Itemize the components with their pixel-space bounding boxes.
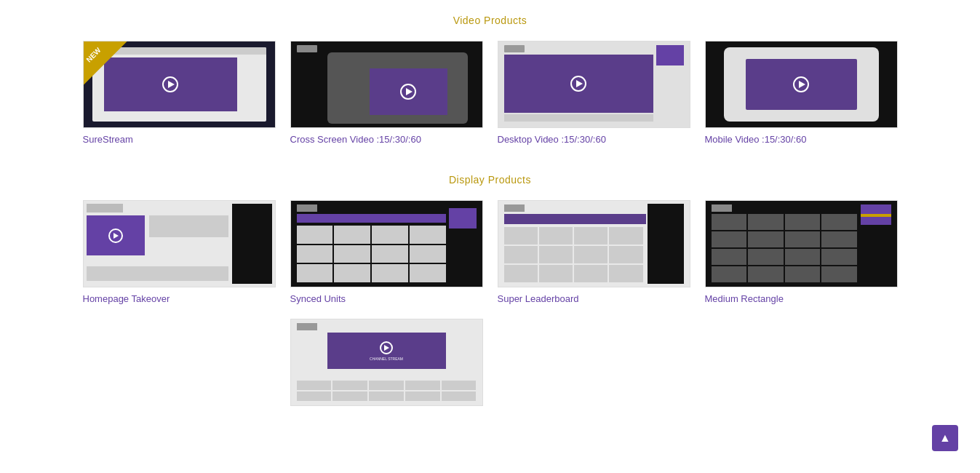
cs-phone bbox=[327, 52, 468, 124]
play-button bbox=[793, 76, 809, 92]
display-bottom-row: CHANNEL STREAM bbox=[83, 319, 898, 412]
ch-play-btn bbox=[380, 341, 393, 354]
twitch-logo bbox=[297, 45, 317, 52]
empty-col-3 bbox=[705, 319, 898, 412]
su-purple-bar bbox=[297, 214, 446, 223]
product-cross-screen[interactable]: Cross Screen Video :15/:30/:60 bbox=[290, 41, 483, 145]
thumb-surestream: NEW bbox=[83, 41, 276, 128]
product-mobile-video[interactable]: Mobile Video :15/:30/:60 bbox=[705, 41, 898, 145]
ch-play-area: CHANNEL STREAM bbox=[370, 341, 403, 361]
ds-bottom-bar bbox=[504, 114, 653, 122]
ht-right-blocks bbox=[149, 215, 228, 237]
homepage-takeover-label: Homepage Takeover bbox=[83, 293, 276, 304]
twitch-logo bbox=[504, 204, 525, 212]
synced-units-label: Synced Units bbox=[290, 293, 483, 304]
mv-screen bbox=[746, 59, 857, 110]
play-button bbox=[570, 76, 586, 92]
thumb-homepage bbox=[83, 200, 276, 287]
cross-screen-label: Cross Screen Video :15/:30/:60 bbox=[290, 134, 483, 145]
thumb-superleader bbox=[498, 200, 690, 287]
ht-sidebar bbox=[232, 204, 272, 284]
ch-video: CHANNEL STREAM bbox=[327, 333, 446, 369]
video-section-title: Video Products bbox=[83, 15, 898, 26]
twitch-logo bbox=[297, 204, 317, 212]
product-super-leaderboard[interactable]: Super Leaderboard bbox=[498, 200, 690, 304]
play-btn-inner bbox=[108, 228, 123, 243]
page-container: Video Products NEW SureStream bbox=[54, 0, 927, 441]
thumb-desktop bbox=[498, 41, 690, 128]
twitch-logo bbox=[504, 45, 525, 52]
empty-col-1 bbox=[83, 319, 276, 412]
super-leaderboard-label: Super Leaderboard bbox=[498, 293, 690, 304]
ds-side-purple bbox=[656, 45, 684, 65]
mr-yellow-bar bbox=[861, 214, 891, 217]
sl-sidebar bbox=[648, 204, 684, 284]
empty-col-2 bbox=[498, 319, 690, 412]
su-purple-box bbox=[449, 208, 477, 228]
scroll-top-button[interactable]: ▲ bbox=[932, 425, 958, 451]
ht-logo bbox=[87, 204, 123, 212]
thumb-medrect bbox=[705, 200, 898, 287]
product-synced-units[interactable]: Synced Units bbox=[290, 200, 483, 304]
thumb-synced bbox=[290, 200, 483, 287]
play-button bbox=[162, 76, 178, 92]
cs-screen bbox=[370, 68, 447, 115]
ch-label: CHANNEL STREAM bbox=[370, 357, 403, 361]
surestream-label: SureStream bbox=[83, 134, 276, 145]
thumb-channel: CHANNEL STREAM bbox=[290, 319, 483, 406]
ss-video bbox=[104, 57, 237, 111]
mv-phone bbox=[724, 47, 879, 122]
twitch-logo bbox=[712, 204, 732, 212]
twitch-logo bbox=[297, 323, 317, 330]
su-grid bbox=[297, 226, 446, 282]
video-product-grid: NEW SureStream Cross Scre bbox=[83, 41, 898, 145]
product-medium-rectangle[interactable]: Medium Rectangle bbox=[705, 200, 898, 304]
ds-main-video bbox=[504, 55, 653, 113]
ss-browser bbox=[92, 47, 266, 122]
ch-play-arrow bbox=[384, 345, 389, 351]
thumb-mobile bbox=[705, 41, 898, 128]
product-surestream[interactable]: NEW SureStream bbox=[83, 41, 276, 145]
product-desktop-video[interactable]: Desktop Video :15/:30/:60 bbox=[498, 41, 690, 145]
ch-grid bbox=[297, 381, 477, 401]
product-channel-stream[interactable]: CHANNEL STREAM bbox=[290, 319, 483, 412]
ht-bottom-blocks bbox=[87, 266, 228, 281]
sl-grid bbox=[504, 227, 643, 282]
thumb-cross bbox=[290, 41, 483, 128]
play-arrow bbox=[113, 233, 119, 239]
mr-grid bbox=[712, 214, 857, 282]
ht-main-video bbox=[87, 215, 145, 255]
mobile-video-label: Mobile Video :15/:30/:60 bbox=[705, 134, 898, 145]
display-section-title: Display Products bbox=[83, 174, 898, 186]
medium-rectangle-label: Medium Rectangle bbox=[705, 293, 898, 304]
product-homepage-takeover[interactable]: Homepage Takeover bbox=[83, 200, 276, 304]
desktop-video-label: Desktop Video :15/:30/:60 bbox=[498, 134, 690, 145]
play-button bbox=[400, 84, 416, 100]
sl-bar bbox=[504, 214, 646, 224]
display-product-grid: Homepage Takeover bbox=[83, 200, 898, 304]
